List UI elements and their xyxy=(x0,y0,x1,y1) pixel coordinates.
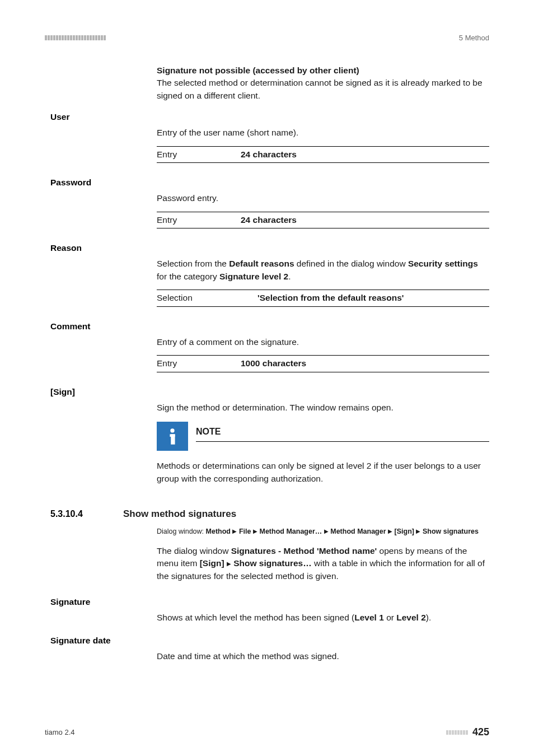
path-sign: [Sign] xyxy=(395,528,414,535)
dialog-path-prefix: Dialog window: xyxy=(157,528,206,535)
reason-desc-sig-level2: Signature level 2 xyxy=(219,272,288,281)
reason-desc-security-settings: Security settings xyxy=(408,259,478,268)
section-number: 5.3.10.4 xyxy=(50,509,123,519)
signature-not-possible-title: Signature not possible (accessed by othe… xyxy=(157,64,489,77)
section-title: Show method signatures xyxy=(123,508,236,520)
footer-left: tiamo 2.4 xyxy=(45,728,74,736)
sign-term: [Sign] xyxy=(50,387,75,396)
reason-desc: Selection from the Default reasons defin… xyxy=(157,258,489,283)
svg-rect-2 xyxy=(171,434,175,444)
comment-entry-value: 1000 characters xyxy=(241,357,489,370)
note-box: NOTE Methods or determinations can only … xyxy=(157,422,489,485)
main-content: Signature not possible (accessed by othe… xyxy=(50,64,489,669)
sign-block: [Sign] xyxy=(50,387,489,397)
sig-desc-level2: Level 2 xyxy=(396,613,426,622)
sec-body-signatures-window: Signatures - Method 'Method name' xyxy=(231,546,377,556)
reason-sel-label: Selection xyxy=(157,292,257,304)
signature-desc: Shows at which level the method has been… xyxy=(157,612,489,624)
page: 5 Method Signature not possible (accesse… xyxy=(0,0,534,756)
reason-desc-part-a: Selection from the xyxy=(157,259,229,268)
password-term: Password xyxy=(50,178,91,187)
svg-point-0 xyxy=(170,428,174,432)
signature-term: Signature xyxy=(50,597,90,606)
triangle-icon: ▶ xyxy=(388,528,392,534)
footer-right: 425 xyxy=(446,726,489,738)
signature-date-term: Signature date xyxy=(50,636,111,645)
reason-desc-part-e: for the category xyxy=(157,272,219,281)
comment-term: Comment xyxy=(50,321,90,331)
user-desc: Entry of the user name (short name). xyxy=(157,127,489,139)
reason-term: Reason xyxy=(50,243,82,253)
sec-body-show-signatures: Show signatures… xyxy=(233,558,312,568)
path-method: Method xyxy=(206,528,231,535)
password-entry-value: 24 characters xyxy=(241,214,489,226)
page-footer: tiamo 2.4 425 xyxy=(45,726,489,738)
signature-block: Signature xyxy=(50,597,489,607)
comment-block: Comment xyxy=(50,321,489,332)
password-entry-label: Entry xyxy=(157,214,241,226)
footer-ticks-decoration xyxy=(446,730,468,735)
top-explanation-block: Signature not possible (accessed by othe… xyxy=(50,64,489,102)
sig-desc-or: or xyxy=(384,613,396,622)
triangle-icon: ▶ xyxy=(227,561,231,567)
sign-desc: Sign the method or determination. The wi… xyxy=(157,402,489,414)
sig-desc-a: Shows at which level the method has been… xyxy=(157,613,354,622)
user-entry-value: 24 characters xyxy=(241,148,489,161)
sig-desc-end: ). xyxy=(426,613,431,622)
user-entry-label: Entry xyxy=(157,148,241,161)
path-method-manager2: Method Manager xyxy=(330,528,386,535)
path-method-manager1: Method Manager… xyxy=(259,528,322,535)
comment-desc-row: Entry of a comment on the signature. Ent… xyxy=(50,336,489,382)
reason-desc-default-reasons: Default reasons xyxy=(229,259,294,268)
page-header: 5 Method xyxy=(45,34,489,42)
section-body-row: Dialog window: Method ▶ File ▶ Method Ma… xyxy=(50,523,489,589)
password-desc-row: Password entry. Entry 24 characters xyxy=(50,192,489,239)
signature-date-desc: Date and time at which the method was si… xyxy=(157,650,489,662)
comment-desc: Entry of a comment on the signature. xyxy=(157,336,489,348)
password-block: Password xyxy=(50,178,489,188)
path-show-signatures: Show signatures xyxy=(423,528,479,535)
user-desc-row: Entry of the user name (short name). Ent… xyxy=(50,127,489,173)
user-entry-row: Entry 24 characters xyxy=(157,146,489,163)
reason-selection-row: Selection 'Selection from the default re… xyxy=(157,290,489,306)
password-desc: Password entry. xyxy=(157,192,489,204)
dialog-window-path: Dialog window: Method ▶ File ▶ Method Ma… xyxy=(157,526,489,537)
signature-date-block: Signature date xyxy=(50,636,489,646)
comment-entry-row: Entry 1000 characters xyxy=(157,355,489,372)
chapter-label: 5 Method xyxy=(459,34,489,42)
path-file: File xyxy=(239,528,251,535)
signature-date-desc-row: Date and time at which the method was si… xyxy=(50,650,489,669)
note-body: Methods or determinations can only be si… xyxy=(157,460,489,485)
sec-body-a: The dialog window xyxy=(157,546,231,556)
sec-body-sign: [Sign] xyxy=(200,558,224,568)
triangle-icon: ▶ xyxy=(232,528,237,534)
reason-desc-row: Selection from the Default reasons defin… xyxy=(50,258,489,316)
reason-sel-value: 'Selection from the default reasons' xyxy=(257,292,489,304)
reason-desc-part-c: defined in the dialog window xyxy=(294,259,408,268)
section-body-para: The dialog window Signatures - Method 'M… xyxy=(157,545,489,582)
user-term: User xyxy=(50,112,69,122)
reason-desc-part-g: . xyxy=(288,272,291,281)
sig-desc-level1: Level 1 xyxy=(354,613,384,622)
reason-block: Reason xyxy=(50,243,489,253)
triangle-icon: ▶ xyxy=(253,528,257,534)
page-number: 425 xyxy=(472,726,489,738)
header-ticks-decoration xyxy=(45,35,106,40)
triangle-icon: ▶ xyxy=(416,528,420,534)
section-heading-row: 5.3.10.4 Show method signatures xyxy=(50,508,489,520)
user-block: User xyxy=(50,112,489,122)
signature-desc-row: Shows at which level the method has been… xyxy=(50,612,489,631)
note-title: NOTE xyxy=(196,425,489,442)
triangle-icon: ▶ xyxy=(324,528,329,534)
sign-desc-row: Sign the method or determination. The wi… xyxy=(50,402,489,497)
password-entry-row: Entry 24 characters xyxy=(157,212,489,228)
info-icon xyxy=(157,422,188,451)
signature-not-possible-body: The selected method or determination can… xyxy=(157,77,489,102)
comment-entry-label: Entry xyxy=(157,357,241,370)
